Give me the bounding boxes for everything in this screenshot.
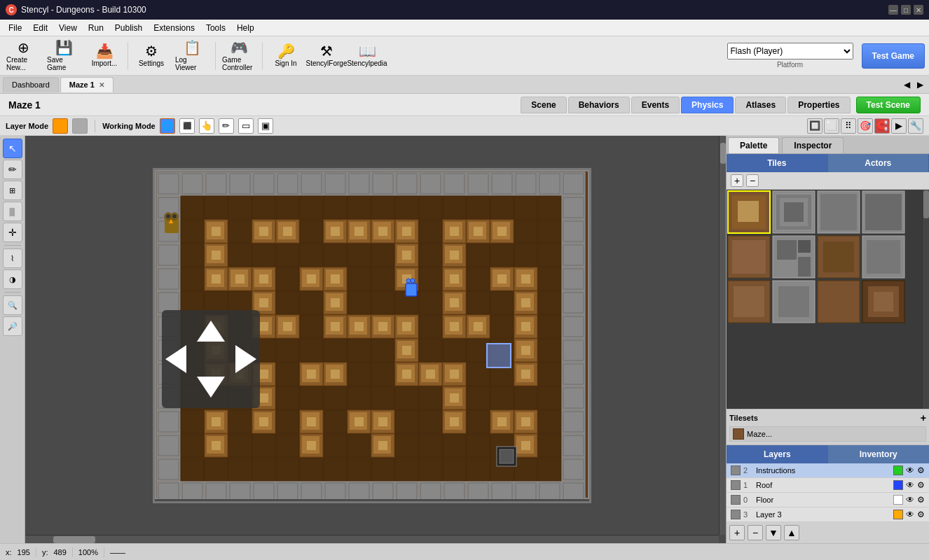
working-mode-btn-2[interactable]: ⬛ <box>179 118 195 134</box>
scene-tab-physics[interactable]: Physics <box>681 97 734 113</box>
stencylforge-button[interactable]: ⚒ StencylForge <box>308 38 345 74</box>
tool-magnet[interactable]: 🧲 <box>874 118 890 134</box>
menu-file[interactable]: File <box>3 22 27 34</box>
tab-actors[interactable]: Actors <box>828 154 930 172</box>
svg-rect-317 <box>564 388 583 407</box>
layer-mode-btn-color[interactable] <box>53 118 68 134</box>
game-controller-button[interactable]: 🎮 Game Controller <box>220 38 258 74</box>
stencylpedia-button[interactable]: 📖 Stencylpedia <box>348 38 386 74</box>
layer-instructions-gear[interactable]: ⚙ <box>917 465 925 475</box>
tab-dashboard[interactable]: Dashboard <box>3 77 59 92</box>
tool-play[interactable]: ▶ <box>891 118 907 134</box>
layer-move-down-button[interactable]: ▼ <box>766 525 781 540</box>
layer-row-layer3[interactable]: 3 Layer 3 👁 ⚙ <box>727 507 929 522</box>
tab-maze1-close[interactable]: ✕ <box>99 81 104 89</box>
menu-help[interactable]: Help <box>231 22 260 34</box>
tool-camera[interactable]: 🎯 <box>858 118 873 134</box>
layer-roof-gear[interactable]: ⚙ <box>917 480 925 490</box>
tool-zoom-out[interactable]: 🔎 <box>3 316 22 336</box>
tab-nav-left[interactable]: ◀ <box>901 78 913 91</box>
canvas-vscroll-thumb[interactable] <box>720 143 726 164</box>
canvas-vscrollbar[interactable] <box>719 136 726 535</box>
menu-publish[interactable]: Publish <box>109 22 148 34</box>
maximize-button[interactable]: □ <box>901 5 911 15</box>
layer-floor-gear[interactable]: ⚙ <box>917 495 925 505</box>
layer-roof-vis[interactable]: 👁 <box>906 480 914 490</box>
working-mode-btn-3[interactable]: 👆 <box>199 118 214 134</box>
canvas-hscrollbar[interactable] <box>25 535 719 543</box>
panel-tab-palette[interactable]: Palette <box>728 137 779 153</box>
tab-nav-right[interactable]: ▶ <box>914 78 926 91</box>
platform-select[interactable]: Flash (Player) Flash (Mobile) HTML5 <box>727 43 853 59</box>
menu-edit[interactable]: Edit <box>27 22 53 34</box>
svg-rect-104 <box>228 244 252 267</box>
layer-move-up-button[interactable]: ▲ <box>784 525 799 540</box>
add-tileset-button[interactable]: + <box>921 412 926 424</box>
scene-tab-properties[interactable]: Properties <box>787 97 850 113</box>
zoom-in-button[interactable]: + <box>731 174 743 187</box>
canvas-area[interactable]: A <box>25 136 726 543</box>
tool-dots[interactable]: ⠿ <box>841 118 856 134</box>
layer-mode-btn-mono[interactable] <box>72 118 88 134</box>
tileset-item-maze[interactable]: Maze... <box>729 426 926 442</box>
tileset-vscrollbar[interactable] <box>922 190 929 409</box>
create-new-button[interactable]: ⊕ Create New... <box>4 38 42 74</box>
layer-add-button[interactable]: + <box>729 525 745 540</box>
svg-rect-103 <box>212 251 221 260</box>
tool-circle[interactable]: ◑ <box>3 270 22 289</box>
scene-tab-behaviors[interactable]: Behaviors <box>568 97 630 113</box>
sign-in-button[interactable]: 🔑 Sign In <box>267 38 305 74</box>
tool-pointer[interactable]: ↖ <box>3 139 22 158</box>
tool-zoom-in[interactable]: 🔍 <box>3 295 22 315</box>
working-mode-btn-1[interactable]: 🌐 <box>160 118 175 134</box>
layers-tab-inventory[interactable]: Inventory <box>828 445 930 463</box>
scene-tab-atlases[interactable]: Atlases <box>735 97 786 113</box>
tool-snap[interactable]: 🔲 <box>807 118 823 134</box>
menu-run[interactable]: Run <box>83 22 109 34</box>
tool-fill[interactable]: ▒ <box>3 202 22 221</box>
svg-rect-240 <box>324 339 347 362</box>
working-mode-btn-5[interactable]: ▭ <box>238 118 254 134</box>
tool-grid[interactable]: ⬜ <box>824 118 839 134</box>
svg-rect-212 <box>378 322 387 331</box>
canvas-hscroll-thumb[interactable] <box>53 536 95 543</box>
tool-path[interactable]: ⌇ <box>3 248 22 268</box>
test-game-button[interactable]: Test Game <box>862 43 925 69</box>
layer-layer3-gear[interactable]: ⚙ <box>917 510 925 519</box>
working-mode-btn-6[interactable]: ▣ <box>258 118 273 134</box>
layer-row-roof[interactable]: 1 Roof 👁 ⚙ <box>727 478 929 493</box>
test-scene-button[interactable]: Test Scene <box>856 97 921 113</box>
panel-tab-inspector[interactable]: Inspector <box>782 137 844 153</box>
svg-rect-5 <box>183 174 202 193</box>
tool-pencil[interactable]: ✏ <box>3 160 22 179</box>
close-button[interactable]: ✕ <box>914 5 923 15</box>
menu-extensions[interactable]: Extensions <box>148 22 200 34</box>
scene-tab-events[interactable]: Events <box>631 97 680 113</box>
layers-tab-layers[interactable]: Layers <box>727 445 828 463</box>
tool-extra[interactable]: 🔧 <box>908 118 923 134</box>
menu-view[interactable]: View <box>53 22 83 34</box>
save-game-button[interactable]: 💾 Save Game <box>45 38 83 74</box>
layer-remove-button[interactable]: − <box>748 525 763 540</box>
working-mode-btn-4[interactable]: ✏ <box>219 118 234 134</box>
layer-row-floor[interactable]: 0 Floor 👁 ⚙ <box>727 493 929 507</box>
layer-floor-vis[interactable]: 👁 <box>906 495 914 505</box>
window-controls[interactable]: — □ ✕ <box>888 5 923 15</box>
tool-move-scene[interactable]: ✛ <box>3 223 22 242</box>
log-viewer-button[interactable]: 📋 Log Viewer <box>173 38 211 74</box>
tileset-scroll-thumb[interactable] <box>923 190 929 218</box>
menu-tools[interactable]: Tools <box>200 22 231 34</box>
minimize-button[interactable]: — <box>888 5 898 15</box>
scene-tab-scene[interactable]: Scene <box>521 97 566 113</box>
svg-rect-15 <box>302 174 321 193</box>
layer-row-instructions[interactable]: 2 Instructions 👁 ⚙ <box>727 463 929 478</box>
tab-maze1[interactable]: Maze 1 ✕ <box>60 77 113 92</box>
settings-button[interactable]: ⚙ Settings <box>132 38 170 74</box>
tab-tiles[interactable]: Tiles <box>727 154 828 172</box>
zoom-out-button[interactable]: − <box>746 174 759 187</box>
layer-layer3-vis[interactable]: 👁 <box>906 510 914 519</box>
tileset-grid[interactable] <box>727 190 929 409</box>
layer-instructions-vis[interactable]: 👁 <box>906 465 914 475</box>
import-button[interactable]: 📥 Import... <box>85 38 123 74</box>
tool-tiles[interactable]: ⊞ <box>3 181 22 200</box>
